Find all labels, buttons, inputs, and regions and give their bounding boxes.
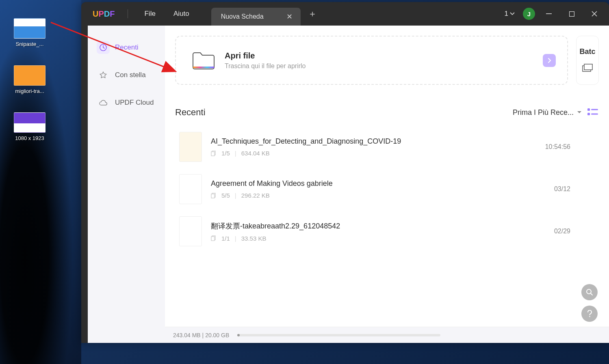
desktop-thumb-icon [14,112,46,133]
sidebar-item-recent[interactable]: Recenti [92,38,161,57]
close-button[interactable] [585,6,603,21]
sidebar-item-cloud[interactable]: UPDF Cloud [92,93,161,112]
separator [128,9,128,18]
sidebar: Recenti Con stella UPDF Cloud [88,26,165,343]
file-row[interactable]: AI_Techniques_for_Detecting_and_Diagnosi… [175,126,599,168]
file-name: Agreement of Making Videos gabriele [211,179,554,188]
search-icon [586,289,593,296]
svg-rect-0 [546,13,552,14]
batch-label: Batc [580,47,596,56]
file-pages: 5/5 [221,192,230,199]
storage-bar[interactable] [237,334,440,336]
storage-text: 243.04 MB | 20.00 GB [173,332,229,338]
desktop-icon-1080[interactable]: 1080 x 1923 [7,112,52,141]
sort-dropdown[interactable]: Prima I Più Rece... [513,108,582,117]
recent-heading: Recenti [175,107,206,118]
sidebar-item-label: UPDF Cloud [115,99,154,107]
desktop-icons-area: Snipaste_... migliori-tra... 1080 x 1923 [0,0,81,178]
file-name: 翻译发票-takeabreaath2.29_612048542 [211,221,554,231]
window-count-value: 1 [505,10,508,18]
pages-icon [211,151,217,156]
desktop-icon-label: 1080 x 1923 [7,135,52,141]
help-button[interactable] [581,306,598,322]
desktop-thumb-icon [14,65,46,86]
open-file-subtitle: Trascina qui il file per aprirlo [225,62,306,70]
desktop-icon-snipaste[interactable]: Snipaste_... [7,18,52,47]
svg-rect-13 [211,194,215,198]
tab-add-button[interactable]: ＋ [308,8,317,20]
svg-rect-9 [591,114,598,115]
open-options-button[interactable] [543,54,556,67]
file-list: AI_Techniques_for_Detecting_and_Diagnosi… [175,126,599,252]
window-count-dropdown[interactable]: 1 [501,8,518,19]
menu-file[interactable]: File [135,7,164,20]
sidebar-item-label: Con stella [115,71,146,79]
search-button[interactable] [581,284,598,300]
cloud-icon [97,96,110,109]
updf-window: UPDF File Aiuto Nuova Scheda ✕ ＋ 1 J [81,2,609,343]
svg-rect-5 [584,64,592,70]
batch-card[interactable]: Batc [576,36,599,85]
file-time: 10:54:56 [545,143,570,151]
titlebar: UPDF File Aiuto Nuova Scheda ✕ ＋ 1 J [81,2,609,26]
file-thumbnail-icon [179,132,202,162]
dropdown-caret-icon [577,111,582,114]
file-size: 33.53 KB [241,235,267,242]
clock-icon [97,41,110,54]
file-time: 03/12 [554,185,570,193]
desktop-icon-migliori[interactable]: migliori-tra... [7,65,52,94]
file-row[interactable]: Agreement of Making Videos gabriele 5/5 … [175,168,599,210]
updf-logo: UPDF [87,9,120,19]
open-file-card[interactable]: Apri file Trascina qui il file per aprir… [175,36,568,85]
chevron-down-icon [510,12,515,15]
main-panel: Apri file Trascina qui il file per aprir… [165,26,609,343]
desktop-icon-label: Snipaste_... [7,41,52,47]
desktop-thumb-icon [14,18,46,39]
desktop-icon-label: migliori-tra... [7,88,52,94]
sidebar-item-label: Recenti [115,43,139,52]
svg-rect-1 [569,11,574,16]
svg-rect-11 [211,152,215,156]
menu-help[interactable]: Aiuto [165,7,198,20]
svg-rect-3 [193,67,214,68]
tab-close-button[interactable]: ✕ [284,11,295,22]
star-icon [97,69,110,82]
svg-rect-6 [587,108,590,111]
tab-new[interactable]: Nuova Scheda ✕ [211,8,301,26]
minimize-button[interactable] [540,6,558,21]
open-file-title: Apri file [225,51,306,60]
file-thumbnail-icon [179,174,202,204]
pages-icon [211,235,217,241]
tab-strip: Nuova Scheda ✕ ＋ [211,2,317,26]
storage-footer: 243.04 MB | 20.00 GB [165,327,609,343]
user-avatar[interactable]: J [523,8,535,20]
maximize-button[interactable] [563,6,581,21]
file-name: AI_Techniques_for_Detecting_and_Diagnosi… [211,137,545,146]
file-size: 296.22 KB [241,192,270,199]
file-time: 02/29 [554,228,570,235]
sidebar-item-starred[interactable]: Con stella [92,65,161,85]
svg-rect-7 [591,109,598,110]
view-list-icon[interactable] [587,107,599,118]
help-icon [587,310,592,317]
file-thumbnail-icon [179,216,202,246]
batch-icon [582,63,593,73]
file-size: 634.04 KB [241,150,270,157]
svg-rect-15 [211,237,215,241]
folder-icon [192,51,215,70]
sort-label: Prima I Più Rece... [513,108,574,117]
chevron-right-icon [548,58,551,63]
content-area: Recenti Con stella UPDF Cloud [88,26,609,343]
file-pages: 1/5 [221,150,230,157]
tab-title: Nuova Scheda [221,13,264,20]
file-pages: 1/1 [221,235,230,242]
close-icon [592,11,597,17]
svg-point-17 [589,316,590,317]
storage-fill [237,334,240,336]
minimize-icon [546,13,552,14]
maximize-icon [569,11,574,17]
pages-icon [211,193,217,198]
svg-rect-8 [587,113,590,115]
file-row[interactable]: 翻译发票-takeabreaath2.29_612048542 1/1 | 33… [175,210,599,252]
